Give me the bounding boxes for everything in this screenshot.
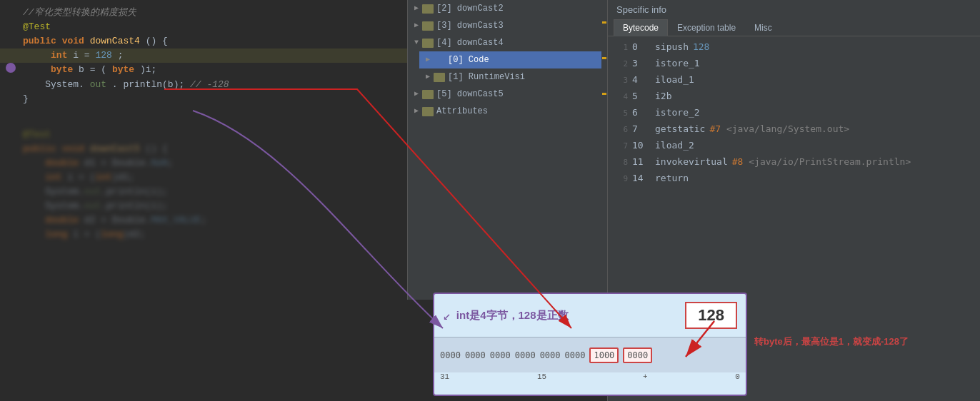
blurred-line2: int i = (int)d1;	[0, 171, 407, 185]
tree-item-label: [3] downCast3	[436, 19, 504, 33]
chevron-right-icon: ▶	[422, 53, 434, 67]
bc-row-3: 3 4 iload_1	[614, 72, 974, 88]
folder-icon	[422, 90, 434, 99]
blurred-annotation: @Test	[0, 128, 407, 142]
label-31: 31	[440, 372, 449, 384]
bc-row-1: 1 0 sipush 128	[614, 39, 974, 56]
bc-row-4: 4 5 i2b	[614, 88, 974, 105]
tree-item-downCast5[interactable]: ▶ [5] downCast5	[408, 86, 607, 103]
bc-row-7: 7 10 iload_2	[614, 138, 974, 154]
arrow-icon: ↙	[443, 308, 451, 323]
code-line-close: }	[0, 92, 407, 106]
bin-group-4: 0000	[540, 350, 561, 360]
tree-item-label: [5] downCast5	[436, 87, 504, 101]
binary-labels: 31 15 + 0	[434, 372, 746, 384]
annotation-text: int是4字节，128是正数	[456, 309, 685, 323]
chevron-right-icon: ▶	[411, 104, 422, 118]
tab-bytecode[interactable]: Bytecode	[614, 19, 668, 36]
tree-item-downCast4[interactable]: ▼ [4] downCast4	[408, 34, 607, 51]
bin-group-1: 0000	[465, 350, 486, 360]
blurred-method2: public void downCast5 () {	[0, 142, 407, 156]
folder-icon	[434, 73, 445, 82]
bc-row-6: 6 7 getstatic #7 <java/lang/System.out>	[614, 121, 974, 138]
bytecode-content: 1 0 sipush 128 2 3 istore_1 3 4 iload_1 …	[608, 36, 980, 190]
tree-item-downCast3[interactable]: ▶ [3] downCast3	[408, 17, 607, 34]
tree-item-code[interactable]: ▶ [0] Code	[419, 51, 607, 68]
folder-icon	[422, 107, 434, 116]
tree-item-label: [1] RuntimeVisi	[448, 70, 525, 84]
code-line-byte: byte b = ( byte )i;	[0, 63, 407, 78]
code-line-annotation: @Test	[0, 20, 407, 34]
tree-item-attributes[interactable]: ▶ Attributes	[408, 103, 607, 120]
chevron-right-icon: ▶	[411, 1, 422, 16]
folder-icon	[422, 4, 434, 14]
folder-icon	[422, 39, 434, 48]
bin-group-6-highlighted: 1000	[589, 347, 619, 363]
tabs-bar: Bytecode Exception table Misc	[608, 19, 980, 36]
scroll-marker	[602, 93, 606, 95]
scroll-markers	[601, 0, 607, 300]
bin-group-7-highlighted: 0000	[623, 347, 652, 363]
blurred-line6: long l = (long)d2;	[0, 228, 407, 242]
bin-group-2: 0000	[490, 350, 511, 360]
folder-icon-blue	[434, 56, 445, 65]
left-code-panel: //窄化类型转换的精度损失 @Test public void downCast…	[0, 0, 407, 401]
bc-row-2: 2 3 istore_1	[614, 56, 974, 72]
tree-item-label: [0] Code	[448, 53, 489, 67]
folder-icon	[422, 21, 434, 31]
bin-group-5: 0000	[565, 350, 586, 360]
code-line-int: int i = 128 ;	[0, 49, 407, 63]
bin-group-0: 0000	[440, 350, 461, 360]
tree-item-downCast2[interactable]: ▶ [2] downCast2	[408, 0, 607, 17]
tree-item-label: [4] downCast4	[436, 36, 504, 50]
bc-row-9: 9 14 return	[614, 171, 974, 187]
bc-row-8: 8 11 invokevirtual #8 <java/io/PrintStre…	[614, 154, 974, 171]
blurred-line4: System.out.println(i);	[0, 199, 407, 213]
tree-panel: ▶ [2] downCast2 ▶ [3] downCast3 ▼ [4] do…	[407, 0, 607, 300]
annotation-top: ↙ int是4字节，128是正数 128	[434, 294, 746, 337]
binary-groups: 0000 0000 0000 0000 0000 0000 1000 0000	[440, 347, 740, 363]
tree-item-runtimeVisi[interactable]: ▶ [1] RuntimeVisi	[419, 68, 607, 86]
chevron-right-icon: ▶	[411, 19, 422, 33]
code-line-comment: //窄化类型转换的精度损失	[0, 6, 407, 20]
tab-exception-table[interactable]: Exception table	[668, 19, 745, 36]
chevron-right-icon: ▶	[411, 87, 422, 101]
label-plus: +	[643, 372, 648, 384]
blurred-line3: System.out.println(i);	[0, 185, 407, 199]
label-0: 0	[735, 372, 740, 384]
tab-misc[interactable]: Misc	[745, 19, 781, 36]
tree-item-label: Attributes	[436, 104, 488, 118]
scroll-marker	[602, 57, 606, 59]
code-line-method: public void downCast4 () {	[0, 34, 407, 49]
chevron-right-icon: ▶	[422, 70, 434, 84]
chevron-down-icon: ▼	[411, 36, 422, 50]
right-annotation-text: 转byte后，最高位是1，就变成-128了	[754, 335, 909, 348]
code-spacer	[0, 106, 407, 128]
blurred-line1: double d1 = Double.NaN;	[0, 156, 407, 171]
bin-group-3: 0000	[515, 350, 536, 360]
bc-row-5: 5 6 istore_2	[614, 105, 974, 121]
label-15: 15	[537, 372, 546, 384]
specific-info-title: Specific info	[608, 0, 980, 19]
annotation-number-box: 128	[685, 302, 737, 329]
annotation-box: ↙ int是4字节，128是正数 128 0000 0000 0000 0000…	[433, 293, 747, 396]
blurred-line5: double d2 = Double.MAX_VALUE;	[0, 213, 407, 228]
code-line-println: System. out . println(b); // -128	[0, 78, 407, 92]
scroll-marker	[602, 21, 606, 24]
tree-item-label: [2] downCast2	[436, 1, 504, 16]
binary-row: 0000 0000 0000 0000 0000 0000 1000 0000	[434, 337, 746, 372]
